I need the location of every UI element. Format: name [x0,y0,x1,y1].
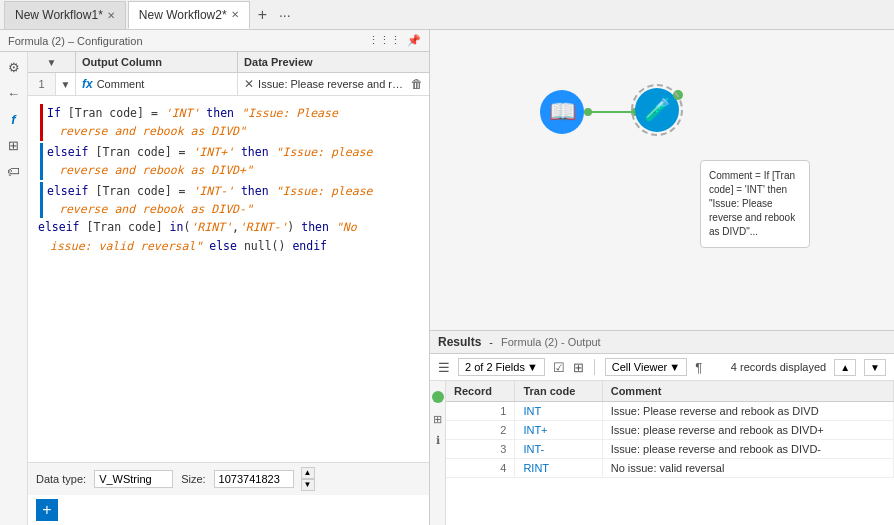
data-table: Record Tran code Comment 1INTIssue: Plea… [446,381,894,478]
tab-wf2[interactable]: New Workflow2* ✕ [128,1,250,29]
fx-icon: fx [82,77,93,91]
connection-dot-left [584,108,592,116]
fields-caret: ▼ [527,361,538,373]
results-subtitle: Formula (2) - Output [501,336,601,348]
row-preview-cell: ✕ Issue: Please reverse and rebook a 🗑 [238,73,429,95]
code-block-1: If [Tran code] = 'INT' then "Issue: Plea… [40,104,419,141]
cell-comment: Issue: Please reverse and rebook as DIVD [602,402,893,421]
tran-code-header-text: Tran code [523,385,575,397]
left-panel: Formula (2) – Configuration ⋮⋮⋮ 📌 ⚙ ← f … [0,30,430,525]
cell-tran-code: INT [515,402,602,421]
results-title: Results [438,335,481,349]
header-menu-icon[interactable]: ⋮⋮⋮ [368,34,401,47]
add-tab-button[interactable]: + [252,4,273,26]
datatype-bar: Data type: V_WString String WString Size… [28,462,429,495]
fields-label: 2 of 2 Fields [465,361,525,373]
tab-wf2-label: New Workflow2* [139,8,227,22]
clear-button[interactable]: ✕ [244,77,254,91]
row-output-name: Comment [97,78,145,90]
cell-tran-code: INT- [515,440,602,459]
cell-comment: Issue: please reverse and rebook as DIVD… [602,421,893,440]
more-tabs-button[interactable]: ··· [273,5,297,25]
row-number: 1 [28,73,56,95]
tab-bar: New Workflow1* ✕ New Workflow2* ✕ + ··· [0,0,894,30]
tab-wf1-label: New Workflow1* [15,8,103,22]
cell-comment: No issue: valid reversal [602,459,893,478]
cell-record-num: 4 [446,459,515,478]
arrow-left-icon[interactable]: ← [3,82,25,104]
fields-dropdown[interactable]: 2 of 2 Fields ▼ [458,358,545,376]
add-row-button[interactable]: + [36,499,58,521]
tab-wf2-close[interactable]: ✕ [231,9,239,20]
size-label: Size: [181,473,205,485]
cell-record-num: 2 [446,421,515,440]
workflow-canvas[interactable]: 📖 🧪 Comment = If [Tran code [430,30,894,330]
cell-record-num: 3 [446,440,515,459]
formula-title: Formula (2) – Configuration [8,35,143,47]
toolbar-separator [594,359,595,375]
code-block-3: elseif [Tran code] = 'INT-' then "Issue:… [40,182,419,219]
col-comment: Comment [602,381,893,402]
formula-node[interactable]: 🧪 [635,88,679,132]
results-sidebar: ⊞ ℹ [430,381,446,525]
delete-button[interactable]: 🗑 [411,77,423,91]
results-panel: Results - Formula (2) - Output ☰ 2 of 2 … [430,330,894,525]
results-header: Results - Formula (2) - Output [430,331,894,354]
settings-icon[interactable]: ⚙ [3,56,25,78]
col-record: Record [446,381,515,402]
size-down-button[interactable]: ▼ [301,479,315,491]
check-icon[interactable]: ☑ [553,360,565,375]
results-body: ⊞ ℹ Record Tran code Comment [430,381,894,525]
row-toggle[interactable]: ▼ [56,73,76,95]
preview-column-header: Data Preview [238,52,429,72]
nav-up-button[interactable]: ▲ [834,359,856,376]
code-block-2: elseif [Tran code] = 'INT+' then "Issue:… [40,143,419,180]
formula-header: Formula (2) – Configuration ⋮⋮⋮ 📌 [0,30,429,52]
input-node-icon: 📖 [540,90,584,134]
table-row: 4RINTNo issue: valid reversal [446,459,894,478]
code-block-4: elseif [Tran code] in('RINT','RINT-') th… [38,218,419,255]
cell-comment: Issue: please reverse and rebook as DIVD… [602,440,893,459]
code-editor[interactable]: If [Tran code] = 'INT' then "Issue: Plea… [28,96,429,462]
cell-record-num: 1 [446,402,515,421]
fx-sidebar-icon[interactable]: f [3,108,25,130]
table-header-row: Record Tran code Comment [446,381,894,402]
tab-wf1-close[interactable]: ✕ [107,10,115,21]
results-separator: - [489,336,493,348]
size-spinners: ▲ ▼ [301,467,315,491]
record-count: 4 records displayed [731,361,826,373]
filter-icon[interactable]: ⊞ [3,134,25,156]
output-column-header: Output Column [76,52,238,72]
nav-down-button[interactable]: ▼ [864,359,886,376]
formula-node-dashed [631,84,683,136]
tag-icon[interactable]: 🏷 [3,160,25,182]
result-text-node: Comment = If [Tran code] = 'INT' then "I… [700,160,810,248]
cell-viewer-dropdown[interactable]: Cell Viewer ▼ [605,358,687,376]
col-toggle-header: ▼ [28,52,76,72]
datatype-label: Data type: [36,473,86,485]
input-node[interactable]: 📖 [540,90,584,134]
editor-container: ⚙ ← f ⊞ 🏷 ▼ Output Column Data Preview [0,52,429,525]
formula-row: 1 ▼ fx Comment ✕ Issue: Please reverse a… [28,73,429,96]
paragraph-icon[interactable]: ¶ [695,360,702,375]
table-row: 1INTIssue: Please reverse and rebook as … [446,402,894,421]
cell-tran-code: INT+ [515,421,602,440]
cell-viewer-caret: ▼ [669,361,680,373]
tab-wf1[interactable]: New Workflow1* ✕ [4,1,126,29]
right-panel: 📖 🧪 Comment = If [Tran code [430,30,894,525]
size-input[interactable]: 1073741823 [214,470,294,488]
status-dot [432,391,444,403]
sidebar-filter-icon[interactable]: ⊞ [433,413,442,426]
row-output-cell[interactable]: fx Comment [76,73,238,95]
table-row: 2INT+Issue: please reverse and rebook as… [446,421,894,440]
datatype-wrapper: V_WString String WString [94,470,173,488]
col-tran-code: Tran code [515,381,602,402]
grid-icon[interactable]: ⊞ [573,360,584,375]
cell-viewer-label: Cell Viewer [612,361,667,373]
header-pin-icon[interactable]: 📌 [407,34,421,47]
list-icon[interactable]: ☰ [438,360,450,375]
datatype-select[interactable]: V_WString String WString [94,470,173,488]
size-up-button[interactable]: ▲ [301,467,315,479]
sidebar-info-icon[interactable]: ℹ [436,434,440,447]
column-headers: ▼ Output Column Data Preview [28,52,429,73]
